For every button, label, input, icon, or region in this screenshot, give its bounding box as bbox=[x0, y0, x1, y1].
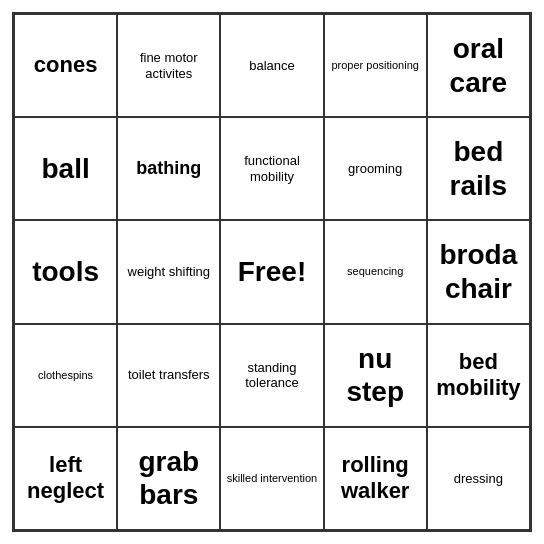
bingo-cell-r1c4[interactable]: bed rails bbox=[427, 117, 530, 220]
cell-text-r3c4: bed mobility bbox=[432, 349, 525, 402]
bingo-cell-r4c2[interactable]: skilled intervention bbox=[220, 427, 323, 530]
bingo-cell-r3c3[interactable]: nu step bbox=[324, 324, 427, 427]
bingo-cell-r0c4[interactable]: oral care bbox=[427, 14, 530, 117]
bingo-cell-r4c1[interactable]: grab bars bbox=[117, 427, 220, 530]
bingo-cell-r3c2[interactable]: standing tolerance bbox=[220, 324, 323, 427]
cell-text-r0c2: balance bbox=[249, 58, 295, 74]
bingo-cell-r1c0[interactable]: ball bbox=[14, 117, 117, 220]
bingo-cell-r2c2[interactable]: Free! bbox=[220, 220, 323, 323]
cell-text-r0c1: fine motor activites bbox=[122, 50, 215, 81]
cell-text-r3c0: clothespins bbox=[38, 369, 93, 382]
cell-text-r1c3: grooming bbox=[348, 161, 402, 177]
cell-text-r4c4: dressing bbox=[454, 471, 503, 487]
bingo-cell-r1c3[interactable]: grooming bbox=[324, 117, 427, 220]
cell-text-r4c0: left neglect bbox=[19, 452, 112, 505]
cell-text-r1c4: bed rails bbox=[432, 135, 525, 202]
bingo-cell-r4c0[interactable]: left neglect bbox=[14, 427, 117, 530]
bingo-board: conesfine motor activitesbalanceproper p… bbox=[12, 12, 532, 532]
cell-text-r0c4: oral care bbox=[432, 32, 525, 99]
bingo-cell-r1c1[interactable]: bathing bbox=[117, 117, 220, 220]
bingo-cell-r2c3[interactable]: sequencing bbox=[324, 220, 427, 323]
bingo-cell-r4c4[interactable]: dressing bbox=[427, 427, 530, 530]
cell-text-r2c1: weight shifting bbox=[128, 264, 210, 280]
bingo-cell-r0c1[interactable]: fine motor activites bbox=[117, 14, 220, 117]
bingo-cell-r0c2[interactable]: balance bbox=[220, 14, 323, 117]
cell-text-r2c4: broda chair bbox=[432, 238, 525, 305]
cell-text-r1c1: bathing bbox=[136, 158, 201, 180]
cell-text-r3c2: standing tolerance bbox=[225, 360, 318, 391]
bingo-cell-r4c3[interactable]: rolling walker bbox=[324, 427, 427, 530]
bingo-cell-r2c4[interactable]: broda chair bbox=[427, 220, 530, 323]
cell-text-r4c1: grab bars bbox=[122, 445, 215, 512]
cell-text-r1c0: ball bbox=[41, 152, 89, 186]
bingo-cell-r2c0[interactable]: tools bbox=[14, 220, 117, 323]
cell-text-r2c0: tools bbox=[32, 255, 99, 289]
cell-text-r4c2: skilled intervention bbox=[227, 472, 318, 485]
cell-text-r4c3: rolling walker bbox=[329, 452, 422, 505]
bingo-cell-r2c1[interactable]: weight shifting bbox=[117, 220, 220, 323]
cell-text-r3c1: toilet transfers bbox=[128, 367, 210, 383]
bingo-cell-r3c4[interactable]: bed mobility bbox=[427, 324, 530, 427]
bingo-cell-r0c0[interactable]: cones bbox=[14, 14, 117, 117]
bingo-cell-r3c0[interactable]: clothespins bbox=[14, 324, 117, 427]
bingo-cell-r1c2[interactable]: functional mobility bbox=[220, 117, 323, 220]
cell-text-r1c2: functional mobility bbox=[225, 153, 318, 184]
cell-text-r0c0: cones bbox=[34, 52, 98, 78]
cell-text-r2c2: Free! bbox=[238, 255, 306, 289]
bingo-grid: conesfine motor activitesbalanceproper p… bbox=[14, 14, 530, 530]
cell-text-r3c3: nu step bbox=[329, 342, 422, 409]
bingo-cell-r3c1[interactable]: toilet transfers bbox=[117, 324, 220, 427]
bingo-cell-r0c3[interactable]: proper positioning bbox=[324, 14, 427, 117]
cell-text-r2c3: sequencing bbox=[347, 265, 403, 278]
cell-text-r0c3: proper positioning bbox=[331, 59, 418, 72]
